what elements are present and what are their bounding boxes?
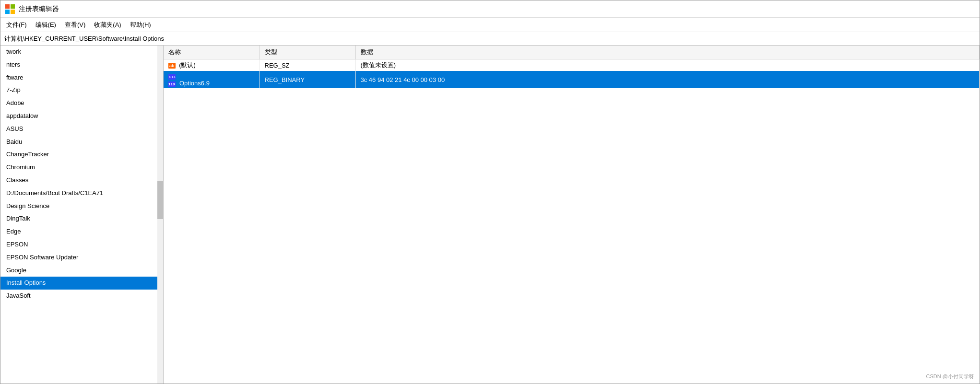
- tree-item-epson[interactable]: EPSON: [0, 238, 163, 251]
- watermark: CSDN @小付同学呀: [926, 373, 974, 380]
- tree-item-asus[interactable]: ASUS: [0, 123, 163, 136]
- svg-rect-1: [11, 4, 15, 9]
- tree-item-nters[interactable]: nters: [0, 58, 163, 71]
- cell-data-options: 3c 46 94 02 21 4c 00 00 03 00: [355, 71, 980, 88]
- left-panel: twork nters ftware 7-Zip Adobe appdatalo…: [0, 46, 164, 384]
- tree-item-changetracker[interactable]: ChangeTracker: [0, 148, 163, 161]
- scrollbar-track[interactable]: [157, 46, 163, 384]
- tree-item-baidu[interactable]: Baidu: [0, 136, 163, 149]
- tree-item-twork[interactable]: twork: [0, 46, 163, 58]
- tree-item-install-options[interactable]: Install Options: [0, 277, 163, 290]
- right-panel: 名称 类型 数据 ab (默认) REG_SZ (数值未设置): [164, 46, 980, 384]
- main-window: 注册表编辑器 文件(F) 编辑(E) 查看(V) 收藏夹(A) 帮助(H) 计算…: [0, 0, 980, 384]
- cell-type-options: REG_BINARY: [260, 71, 355, 88]
- value-name-default: (默认): [179, 61, 196, 69]
- tree-item-classes[interactable]: Classes: [0, 174, 163, 187]
- tree-item-design-science[interactable]: Design Science: [0, 200, 163, 213]
- registry-table: 名称 类型 数据 ab (默认) REG_SZ (数值未设置): [164, 46, 980, 88]
- svg-rect-3: [11, 10, 15, 14]
- tree-item-google[interactable]: Google: [0, 264, 163, 277]
- tree-item-edge[interactable]: Edge: [0, 225, 163, 238]
- table-header-row: 名称 类型 数据: [164, 46, 980, 59]
- menu-view[interactable]: 查看(V): [61, 19, 89, 31]
- tree-item-ftware[interactable]: ftware: [0, 71, 163, 84]
- title-bar: 注册表编辑器: [0, 0, 980, 18]
- window-title: 注册表编辑器: [19, 5, 59, 13]
- table-row[interactable]: ab (默认) REG_SZ (数值未设置): [164, 59, 980, 71]
- menu-favorites[interactable]: 收藏夹(A): [90, 19, 125, 31]
- binary-icon: 011110: [168, 74, 176, 87]
- tree-item-epson-updater[interactable]: EPSON Software Updater: [0, 251, 163, 264]
- tree-item-adobe[interactable]: Adobe: [0, 97, 163, 110]
- cell-type-default: REG_SZ: [260, 59, 355, 71]
- tree-item-dingtalk[interactable]: DingTalk: [0, 212, 163, 225]
- cell-name-options: 011110 Options6.9: [164, 71, 260, 88]
- tree-item-chromium[interactable]: Chromium: [0, 161, 163, 174]
- value-name-options: Options6.9: [179, 80, 210, 87]
- app-icon: [5, 4, 15, 14]
- tree-item-7zip[interactable]: 7-Zip: [0, 84, 163, 97]
- breadcrumb: 计算机\HKEY_CURRENT_USER\Software\Install O…: [0, 32, 980, 46]
- svg-rect-2: [5, 10, 10, 14]
- tree-list[interactable]: twork nters ftware 7-Zip Adobe appdatalo…: [0, 46, 163, 384]
- breadcrumb-text: 计算机\HKEY_CURRENT_USER\Software\Install O…: [4, 35, 164, 43]
- cell-name-default: ab (默认): [164, 59, 260, 71]
- scrollbar-thumb[interactable]: [157, 181, 163, 219]
- main-content: twork nters ftware 7-Zip Adobe appdatalo…: [0, 46, 980, 384]
- col-header-type[interactable]: 类型: [260, 46, 355, 59]
- table-row[interactable]: 011110 Options6.9 REG_BINARY 3c 46 94 02…: [164, 71, 980, 88]
- tree-item-javasoft[interactable]: JavaSoft: [0, 290, 163, 303]
- cell-data-default: (数值未设置): [355, 59, 980, 71]
- col-header-name[interactable]: 名称: [164, 46, 260, 59]
- svg-rect-0: [5, 4, 10, 9]
- tree-item-bcut[interactable]: D:/Documents/Bcut Drafts/C1EA71: [0, 187, 163, 200]
- menu-edit[interactable]: 编辑(E): [32, 19, 60, 31]
- menu-bar: 文件(F) 编辑(E) 查看(V) 收藏夹(A) 帮助(H): [0, 18, 980, 32]
- ab-icon: ab: [168, 63, 176, 69]
- tree-item-appdatalow[interactable]: appdatalow: [0, 110, 163, 123]
- menu-file[interactable]: 文件(F): [2, 19, 31, 31]
- menu-help[interactable]: 帮助(H): [126, 19, 155, 31]
- col-header-data[interactable]: 数据: [355, 46, 980, 59]
